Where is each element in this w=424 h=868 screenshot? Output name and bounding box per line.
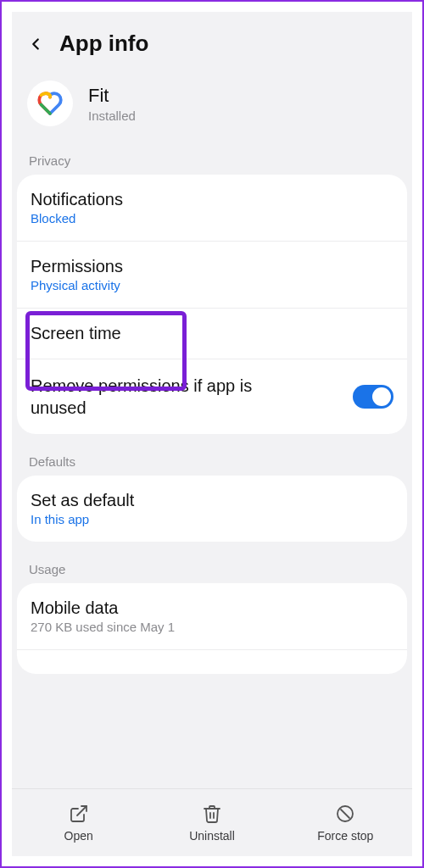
screentime-row[interactable]: Screen time [17,309,407,359]
open-label: Open [64,829,93,843]
uninstall-label: Uninstall [189,829,235,843]
permissions-row[interactable]: Permissions Physical activity [17,242,407,309]
svg-line-0 [77,806,86,815]
remove-permissions-toggle[interactable] [353,385,393,409]
set-default-sub: In this app [31,512,393,526]
stop-icon [335,804,355,824]
set-default-title: Set as default [31,491,393,510]
mobile-data-row[interactable]: Mobile data 270 KB used since May 1 [17,583,407,650]
permissions-title: Permissions [31,257,393,276]
trash-icon [202,804,222,824]
back-button[interactable] [24,32,47,56]
truncated-row[interactable] [17,650,407,674]
force-stop-label: Force stop [317,829,373,843]
force-stop-button[interactable]: Force stop [279,789,412,856]
set-default-row[interactable]: Set as default In this app [17,476,407,542]
screentime-title: Screen time [31,324,393,343]
svg-line-2 [341,810,349,818]
section-header-privacy: Privacy [12,148,412,175]
bottom-bar: Open Uninstall Force stop [12,788,412,856]
notifications-title: Notifications [31,190,393,209]
header: App info [12,12,412,69]
remove-permissions-row[interactable]: Remove permissions if app is unused [17,359,407,434]
chevron-left-icon [26,35,45,53]
notifications-sub: Blocked [31,211,393,225]
defaults-card: Set as default In this app [17,476,407,542]
app-status: Installed [88,108,136,123]
app-summary: Fit Installed [12,69,412,148]
page-title: App info [59,31,148,57]
section-header-defaults: Defaults [12,449,412,476]
section-header-usage: Usage [12,557,412,583]
mobile-data-sub: 270 KB used since May 1 [31,620,393,634]
permissions-sub: Physical activity [31,278,393,292]
usage-card: Mobile data 270 KB used since May 1 [17,583,407,674]
google-fit-heart-icon [35,88,65,119]
app-icon [27,81,73,126]
mobile-data-title: Mobile data [31,598,393,618]
uninstall-button[interactable]: Uninstall [145,789,278,856]
notifications-row[interactable]: Notifications Blocked [17,175,407,242]
app-name: Fit [88,85,136,107]
open-icon [69,804,89,824]
privacy-card: Notifications Blocked Permissions Physic… [17,175,407,434]
open-button[interactable]: Open [12,789,145,856]
remove-permissions-title: Remove permissions if app is unused [31,375,302,419]
